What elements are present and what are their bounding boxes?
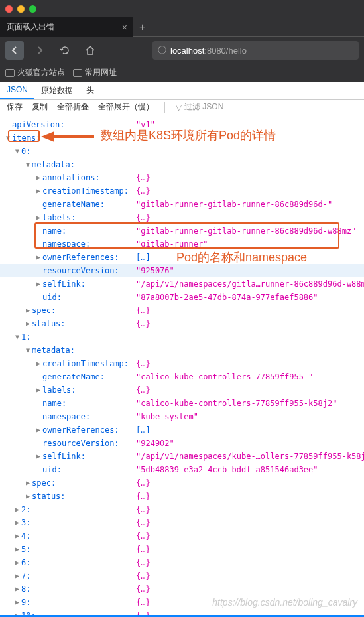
- expand-all-button[interactable]: 全部展开（慢）: [98, 102, 154, 113]
- chevron-right-icon: ▶: [13, 556, 21, 569]
- folder-icon: [73, 69, 82, 77]
- json-row[interactable]: ▶2:{…}: [0, 503, 364, 516]
- json-row[interactable]: ▼metadata:: [0, 158, 364, 171]
- json-row[interactable]: uid:"5db48839-e3a2-4ccb-bddf-a851546ad3e…: [0, 463, 364, 476]
- chevron-right-icon: ▶: [24, 490, 32, 503]
- url-path: :8080/hello: [204, 46, 247, 56]
- json-row[interactable]: ▶ownerReferences:[…]: [0, 423, 364, 437]
- bookmarks-bar: 火狐官方站点 常用网址: [0, 64, 364, 82]
- json-row[interactable]: ▶4:{…}: [0, 529, 364, 543]
- chevron-right-icon: ▶: [13, 529, 21, 543]
- chevron-right-icon: ▶: [13, 516, 21, 529]
- json-row[interactable]: ▶spec:{…}: [0, 476, 364, 490]
- chevron-right-icon: ▶: [13, 596, 21, 609]
- annotation-arrow: [41, 131, 94, 142]
- tab-raw[interactable]: 原始数据: [34, 82, 80, 99]
- chevron-right-icon: ▶: [34, 277, 42, 291]
- json-row[interactable]: generateName:"calico-kube-controllers-77…: [0, 370, 364, 383]
- chevron-right-icon: ▶: [34, 357, 42, 370]
- browser-tab[interactable]: 页面载入出错 ×: [0, 17, 133, 37]
- json-row[interactable]: ▼metadata:: [0, 344, 364, 357]
- chevron-right-icon: ▶: [34, 450, 42, 463]
- json-row[interactable]: ▶8:{…}: [0, 583, 364, 596]
- json-row[interactable]: ▶selfLink:"/api/v1/namespaces/kube-…olle…: [0, 450, 364, 463]
- home-button[interactable]: [81, 41, 99, 60]
- chevron-right-icon: ▶: [34, 184, 42, 198]
- chevron-right-icon: ▶: [13, 583, 21, 596]
- json-row[interactable]: namespace:"kube-system": [0, 410, 364, 423]
- browser-tabs: 页面载入出错 × +: [0, 17, 364, 37]
- bookmark-item[interactable]: 常用网址: [73, 67, 117, 78]
- collapse-all-button[interactable]: 全部折叠: [57, 102, 89, 113]
- chevron-right-icon: ▶: [24, 476, 32, 490]
- url-host: localhost: [170, 46, 204, 56]
- filter-input[interactable]: ▽过滤 JSON: [176, 102, 223, 113]
- json-row[interactable]: ▼0:: [0, 145, 364, 158]
- chevron-right-icon: ▶: [24, 317, 32, 330]
- chevron-right-icon: ▶: [34, 171, 42, 184]
- new-tab-button[interactable]: +: [139, 21, 145, 33]
- json-row[interactable]: resourceVersion:"925076": [0, 264, 364, 277]
- browser-toolbar: ⓘ localhost:8080/hello: [0, 37, 364, 64]
- chevron-right-icon: ▶: [13, 569, 21, 583]
- annotation-text-name-ns: Pod的名称和namespace: [176, 251, 307, 264]
- close-tab-icon[interactable]: ×: [122, 22, 127, 33]
- json-row[interactable]: uid:"87a8007b-2ae5-47db-874a-977efaef588…: [0, 291, 364, 304]
- chevron-down-icon: ▼: [13, 145, 21, 158]
- json-row[interactable]: ▶7:{…}: [0, 569, 364, 583]
- json-row[interactable]: name:"calico-kube-controllers-77859ff955…: [0, 397, 364, 410]
- json-view-tabs: JSON 原始数据 头: [0, 82, 364, 100]
- json-row[interactable]: ▶status:{…}: [0, 317, 364, 330]
- json-row[interactable]: ▶3:{…}: [0, 516, 364, 529]
- annotation-box-items: [8, 130, 40, 142]
- json-row[interactable]: ▶6:{…}: [0, 556, 364, 569]
- copy-button[interactable]: 复制: [32, 102, 48, 113]
- json-row[interactable]: ▼1:: [0, 330, 364, 344]
- bookmark-item[interactable]: 火狐官方站点: [5, 67, 65, 78]
- chevron-right-icon: ▶: [34, 251, 42, 264]
- filter-icon: ▽: [176, 103, 182, 112]
- maximize-window-button[interactable]: [29, 5, 36, 13]
- separator: [164, 102, 165, 113]
- chevron-down-icon: ▼: [24, 158, 32, 171]
- json-row[interactable]: ▶spec:{…}: [0, 304, 364, 317]
- chevron-right-icon: ▶: [34, 423, 42, 437]
- annotation-text-items: 数组内是K8S环境所有Pod的详情: [101, 129, 276, 142]
- json-row[interactable]: ▶labels:{…}: [0, 383, 364, 397]
- tab-headers[interactable]: 头: [80, 82, 101, 99]
- chevron-right-icon: ▶: [13, 503, 21, 516]
- json-row[interactable]: ▶selfLink:"/api/v1/namespaces/gitla…runn…: [0, 277, 364, 291]
- json-row[interactable]: ▶creationTimestamp:{…}: [0, 357, 364, 370]
- tab-json[interactable]: JSON: [0, 82, 34, 99]
- close-window-button[interactable]: [5, 5, 13, 13]
- chevron-down-icon: ▼: [13, 330, 21, 344]
- info-icon[interactable]: ⓘ: [158, 44, 166, 56]
- json-row[interactable]: ▶5:{…}: [0, 543, 364, 556]
- json-row[interactable]: generateName:"gitlab-runner-gitlab-runne…: [0, 198, 364, 211]
- folder-icon: [5, 69, 15, 77]
- minimize-window-button[interactable]: [17, 5, 25, 13]
- tab-title: 页面载入出错: [7, 21, 54, 33]
- address-bar[interactable]: ⓘ localhost:8080/hello: [152, 41, 359, 60]
- watermark: https://blog.csdn.net/boling_cavalry: [212, 597, 357, 608]
- save-button[interactable]: 保存: [7, 102, 23, 113]
- json-row[interactable]: ▶creationTimestamp:{…}: [0, 184, 364, 198]
- chevron-right-icon: ▶: [13, 543, 21, 556]
- back-button[interactable]: [5, 41, 24, 60]
- chevron-right-icon: ▶: [34, 383, 42, 397]
- reload-button[interactable]: [56, 41, 74, 60]
- json-toolbar: 保存 复制 全部折叠 全部展开（慢） ▽过滤 JSON: [0, 100, 364, 115]
- json-row[interactable]: ▶status:{…}: [0, 490, 364, 503]
- json-tree: apiVersion:"v1" ▼items: ▼0: ▼metadata: ▶…: [0, 115, 364, 617]
- chevron-right-icon: ▶: [24, 304, 32, 317]
- chevron-down-icon: ▼: [24, 344, 32, 357]
- json-row[interactable]: resourceVersion:"924902": [0, 437, 364, 450]
- annotation-box-name-ns: [34, 222, 339, 249]
- window-titlebar: [0, 0, 364, 17]
- forward-button[interactable]: [30, 41, 49, 60]
- json-row[interactable]: ▶annotations:{…}: [0, 171, 364, 184]
